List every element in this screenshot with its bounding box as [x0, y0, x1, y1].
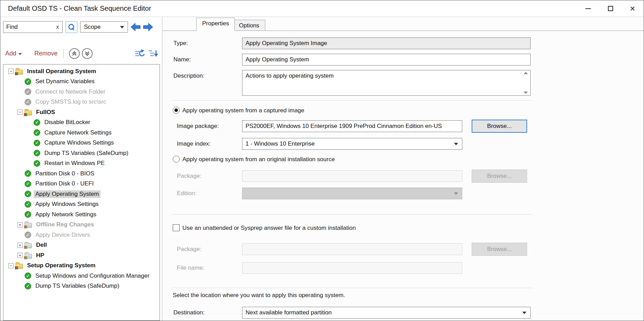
minimize-button[interactable] — [577, 0, 599, 17]
unattend-checkbox[interactable] — [173, 224, 180, 231]
tree-item[interactable]: ✓Capture Windows Settings — [3, 138, 160, 148]
step-check-green-icon: ✓ — [34, 129, 40, 136]
tree-item[interactable]: ✓Restart in Windows PE — [3, 158, 160, 169]
tree-expander-minus-icon[interactable]: − — [17, 110, 23, 115]
group-folder-gray-icon — [25, 254, 32, 259]
collapse-all-button[interactable] — [69, 48, 80, 59]
tree-expander-placeholder — [17, 232, 23, 237]
find-clear-button[interactable]: x — [55, 24, 60, 30]
group-folder-icon — [25, 111, 32, 115]
step-check-gray-icon: ✓ — [25, 99, 31, 105]
chevron-down-icon — [454, 192, 458, 195]
tree-item[interactable]: ✓Dump TS Variables (SafeDump) — [3, 148, 160, 158]
captured-image-radio-label: Apply operating system from a captured i… — [182, 107, 304, 114]
tree-item-label: Apply Network Settings — [34, 211, 98, 218]
tree-item[interactable]: +HP — [3, 250, 160, 261]
unattend-package-browse-button: Browse... — [472, 243, 527, 256]
tree-item[interactable]: ✓Copy SMSTS.log to src\src — [3, 97, 160, 107]
step-check-green-icon: ✓ — [25, 272, 31, 279]
close-icon: ✕ — [630, 5, 636, 12]
tree-item[interactable]: ✓Connect to Network Folder — [3, 87, 160, 97]
step-check-green-icon: ✓ — [25, 170, 31, 177]
maximize-button[interactable] — [599, 0, 621, 17]
section-separator — [172, 214, 532, 215]
tree-expander-placeholder — [17, 99, 23, 105]
tree-layout-button[interactable] — [148, 49, 158, 58]
image-package-browse-button[interactable]: Browse... — [472, 120, 527, 133]
tree-item[interactable]: ✓Set Dynamic Variables — [3, 77, 160, 87]
tree-item[interactable]: −Install Operating System — [3, 66, 160, 77]
tree-expander-plus-icon[interactable]: + — [17, 222, 23, 227]
tree-item-label: Dell — [34, 241, 49, 249]
tree-item[interactable]: ✓Apply Network Settings — [3, 209, 160, 220]
tree-item-label: HP — [34, 252, 46, 259]
step-check-gray-icon: ✓ — [25, 232, 31, 238]
description-label: Description: — [173, 72, 205, 79]
tree-item[interactable]: −Setup Operating System — [3, 261, 160, 271]
find-previous-button[interactable] — [130, 22, 141, 32]
edition-dropdown — [242, 188, 462, 199]
chevron-down-icon — [454, 143, 458, 145]
tree-expander-plus-icon[interactable]: + — [17, 243, 23, 248]
tree-item-label: Partition Disk 0 - BIOS — [34, 170, 96, 177]
tab-options[interactable]: Options — [233, 20, 265, 31]
image-index-dropdown[interactable]: 1 - Windows 10 Enterprise — [242, 138, 462, 150]
add-button[interactable]: Add — [5, 50, 22, 57]
tree-expander-placeholder — [17, 202, 23, 207]
tree-item[interactable]: ✓Apply Operating System — [3, 189, 160, 199]
tab-properties[interactable]: Properties — [196, 18, 235, 31]
task-sequence-editor-window: Default OSD TS - Clean Task Sequence Edi… — [0, 0, 644, 321]
unattend-package-label: Package: — [177, 246, 201, 253]
tree-item[interactable]: ✓Dump TS Variables (SafeDump) — [3, 281, 160, 292]
remove-button[interactable]: Remove — [34, 50, 58, 57]
expand-all-button[interactable] — [82, 48, 93, 59]
tree-expander-minus-icon[interactable]: − — [8, 263, 14, 268]
maximize-icon — [608, 6, 613, 11]
tree-expander-placeholder — [26, 130, 32, 135]
group-folder-icon — [16, 264, 23, 269]
original-source-radio[interactable] — [173, 156, 180, 163]
tree-item[interactable]: −FullOS — [3, 107, 160, 118]
scroll-up-icon[interactable] — [524, 72, 528, 74]
tree-item[interactable]: ✓Capture Network Settings — [3, 128, 160, 138]
unattend-checkbox-label: Use an unattended or Sysprep answer file… — [182, 225, 356, 232]
tree-expander-placeholder — [26, 161, 32, 166]
close-button[interactable]: ✕ — [621, 0, 644, 17]
captured-image-radio[interactable] — [173, 107, 180, 114]
tree-item[interactable]: ✓Apply Windows Settings — [3, 199, 160, 210]
tree-item[interactable]: ✓Disable BitLocker — [3, 118, 160, 128]
tree-item-label: Dump TS Variables (SafeDump) — [43, 149, 130, 157]
description-scrollbar[interactable] — [523, 72, 529, 94]
tree-item-label: Set Dynamic Variables — [34, 78, 96, 85]
task-tree[interactable]: −Install Operating System✓Set Dynamic Va… — [3, 64, 160, 321]
search-button[interactable] — [66, 21, 77, 33]
scroll-down-icon[interactable] — [524, 92, 528, 94]
step-check-green-icon: ✓ — [34, 150, 40, 156]
unattend-package-input — [242, 243, 462, 255]
destination-dropdown[interactable]: Next available formatted partition — [242, 307, 531, 319]
scope-dropdown[interactable]: Scope — [80, 21, 128, 33]
tree-item[interactable]: +Dell — [3, 240, 160, 251]
destination-value: Next available formatted partition — [246, 309, 332, 316]
tree-expander-minus-icon[interactable]: − — [8, 69, 14, 74]
image-package-input[interactable]: PS2000EF, Windows 10 Enterprise 1909 Pre… — [242, 120, 462, 132]
radio-selected-dot — [174, 109, 178, 112]
tree-refresh-button[interactable] — [135, 49, 145, 58]
tree-item[interactable]: ✓Partition Disk 0 - UEFI — [3, 179, 160, 189]
find-next-button[interactable] — [143, 22, 154, 32]
find-input[interactable]: Find x — [3, 21, 63, 33]
tree-item[interactable]: +Offline Reg Changes — [3, 220, 160, 230]
group-folder-icon — [16, 70, 23, 75]
tree-item-label: Install Operating System — [25, 68, 98, 75]
description-input[interactable]: Actions to apply operating system — [242, 70, 531, 96]
tree-item-label: Apply Device Drivers — [34, 231, 92, 239]
tree-item-label: Capture Windows Settings — [43, 139, 115, 147]
image-index-label: Image index: — [177, 140, 211, 147]
name-input[interactable]: Apply Operating System — [242, 54, 531, 66]
tree-item[interactable]: ✓Partition Disk 0 - BIOS — [3, 168, 160, 179]
title-bar: Default OSD TS - Clean Task Sequence Edi… — [0, 0, 644, 17]
tree-item-label: Dump TS Variables (SafeDump) — [34, 282, 121, 290]
tree-item[interactable]: ✓Apply Device Drivers — [3, 230, 160, 240]
tree-item[interactable]: ✓Setup Windows and Configuration Manager — [3, 271, 160, 281]
tree-expander-plus-icon[interactable]: + — [17, 253, 23, 258]
